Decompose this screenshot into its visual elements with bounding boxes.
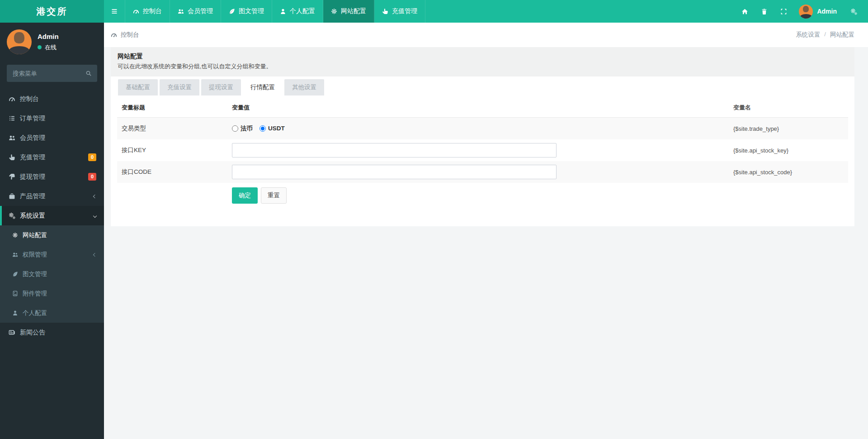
var-value-cell: 法币USDT (232, 124, 733, 133)
navbar-right: Admin (735, 0, 868, 23)
tab-withdraw[interactable]: 提现设置 (201, 79, 241, 95)
sidebar-item-label: 充值管理 (20, 153, 45, 162)
var-value-cell (232, 165, 733, 179)
cogs-icon (850, 8, 857, 15)
sidebar: Admin 在线 控制台订单管理会员管理充值管理0提现管理0产品管理系统设置网站… (0, 23, 104, 439)
sidebar-item-label: 新闻公告 (20, 329, 45, 337)
radio-fiat[interactable] (232, 125, 238, 132)
table-row: 交易类型法币USDT{$site.trade_type} (117, 118, 848, 139)
nav-item-recharge[interactable]: 充值管理 (374, 0, 425, 23)
sidebar-item-members[interactable]: 会员管理 (0, 128, 104, 148)
sidebar-toggle-button[interactable] (104, 0, 125, 23)
online-status-dot (38, 45, 42, 49)
sidebar-item-dashboard[interactable]: 控制台 (0, 89, 104, 109)
users-icon (9, 134, 15, 141)
gear-icon (12, 232, 18, 238)
sidebar-search (7, 65, 97, 82)
tab-recharge[interactable]: 充值设置 (160, 79, 199, 95)
header-var-value: 变量值 (232, 104, 733, 112)
radio-usdt[interactable] (259, 125, 266, 132)
tab-market[interactable]: 行情配置 (243, 79, 283, 95)
sidebar-item-label: 订单管理 (20, 115, 45, 123)
navbar-items: 控制台会员管理图文管理个人配置网站配置充值管理 (125, 0, 425, 23)
home-button[interactable] (735, 0, 755, 23)
main-content: 控制台 系统设置 / 网站配置 网站配置 可以在此增改系统的变量和分组,也可以自… (104, 23, 868, 439)
api-code-input[interactable] (232, 165, 557, 179)
config-panel: 网站配置 可以在此增改系统的变量和分组,也可以自定义分组和变量。 基础配置充值设… (111, 47, 854, 226)
sidebar-item-label: 会员管理 (20, 134, 45, 142)
sidebar-item-label: 权限管理 (23, 251, 47, 259)
panel-header: 网站配置 可以在此增改系统的变量和分组,也可以自定义分组和变量。 (111, 47, 854, 76)
sidebar-item-profile[interactable]: 个人配置 (0, 303, 104, 323)
sidebar-item-withdraw[interactable]: 提现管理0 (0, 167, 104, 186)
newspaper-icon (9, 329, 15, 336)
sidebar-item-system-settings[interactable]: 系统设置 (0, 206, 104, 225)
sidebar-user-panel: Admin 在线 (0, 23, 104, 61)
nav-item-label: 充值管理 (392, 7, 417, 15)
var-title: 接口KEY (117, 146, 232, 154)
var-name: {$site.api_stock_code} (733, 169, 848, 176)
sidebar-item-site-config[interactable]: 网站配置 (0, 225, 104, 245)
tab-bar: 基础配置充值设置提现设置行情配置其他设置 (111, 76, 854, 95)
radio-label: 法币 (241, 124, 253, 133)
form-actions: 确定 重置 (111, 183, 854, 204)
sidebar-item-label: 产品管理 (20, 192, 45, 200)
breadcrumb-separator: / (824, 31, 826, 39)
chevron-down-icon (93, 214, 97, 217)
nav-item-site-config[interactable]: 网站配置 (323, 0, 374, 23)
nav-item-members[interactable]: 会员管理 (170, 0, 221, 23)
tab-other[interactable]: 其他设置 (284, 79, 324, 95)
fullscreen-icon (780, 8, 787, 15)
table-header-row: 变量标题 变量值 变量名 (117, 98, 848, 118)
sidebar-item-label: 提现管理 (20, 173, 45, 181)
sidebar-item-recharge[interactable]: 充值管理0 (0, 148, 104, 167)
fullscreen-button[interactable] (774, 0, 793, 23)
breadcrumb-link-system-settings[interactable]: 系统设置 (796, 31, 820, 39)
sidebar-item-permissions[interactable]: 权限管理 (0, 245, 104, 264)
submit-button[interactable]: 确定 (232, 187, 258, 204)
clear-cache-button[interactable] (755, 0, 774, 23)
bars-icon (111, 8, 118, 14)
radio-option-usdt[interactable]: USDT (259, 125, 285, 132)
sidebar-item-products[interactable]: 产品管理 (0, 186, 104, 206)
navbar-settings-button[interactable] (844, 0, 863, 23)
gauge-icon (133, 8, 139, 14)
sidebar-search-input[interactable] (7, 65, 97, 82)
leaf-icon (12, 271, 18, 277)
users-icon (12, 252, 18, 258)
var-name: {$site.api_stock_key} (733, 147, 848, 154)
reset-button[interactable]: 重置 (261, 187, 287, 204)
hand-up-icon (382, 8, 388, 14)
user-icon (12, 310, 18, 316)
sidebar-username: Admin (38, 33, 59, 40)
users-icon (178, 8, 184, 14)
api-key-input[interactable] (232, 143, 557, 157)
hand-up-icon (9, 154, 15, 161)
sidebar-item-news[interactable]: 新闻公告 (0, 323, 104, 342)
brand-logo[interactable]: 港交所 (0, 0, 104, 23)
tab-basic[interactable]: 基础配置 (118, 79, 158, 95)
sidebar-item-content[interactable]: 图文管理 (0, 264, 104, 284)
leaf-icon (229, 8, 235, 14)
nav-item-profile[interactable]: 个人配置 (272, 0, 323, 23)
sidebar-item-label: 控制台 (20, 95, 39, 103)
navbar-username[interactable]: Admin (817, 8, 837, 15)
sidebar-item-attachments[interactable]: 附件管理 (0, 284, 104, 303)
radio-option-fiat[interactable]: 法币 (232, 124, 253, 133)
sidebar-item-label: 系统设置 (20, 212, 45, 220)
gear-icon (331, 8, 337, 14)
navbar-avatar[interactable] (799, 5, 813, 19)
sidebar-item-label: 附件管理 (23, 290, 47, 298)
nav-item-content[interactable]: 图文管理 (221, 0, 272, 23)
sidebar-item-label: 个人配置 (23, 309, 47, 317)
gauge-icon (9, 95, 15, 102)
nav-item-label: 网站配置 (341, 7, 366, 15)
breadcrumb: 控制台 系统设置 / 网站配置 (104, 23, 868, 47)
search-icon[interactable] (85, 70, 92, 76)
nav-item-dashboard[interactable]: 控制台 (125, 0, 170, 23)
chevron-left-icon (93, 253, 97, 256)
gauge-icon (111, 32, 117, 38)
radio-label: USDT (268, 125, 285, 132)
sidebar-item-orders[interactable]: 订单管理 (0, 109, 104, 128)
panel-description: 可以在此增改系统的变量和分组,也可以自定义分组和变量。 (118, 63, 848, 70)
